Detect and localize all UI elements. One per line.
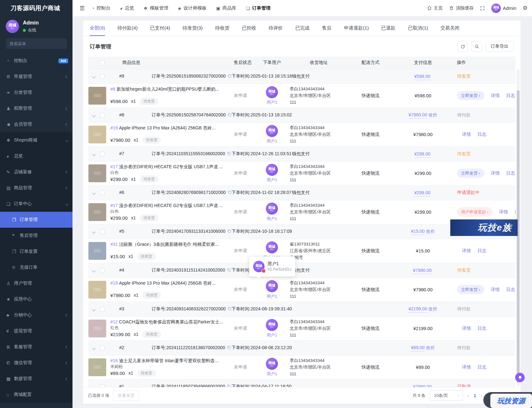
buyer-avatar[interactable]: 商城 · B2C · — [266, 358, 278, 370]
status-tab[interactable]: 售后 — [322, 20, 331, 36]
product-title[interactable]: 漫步者(EDIFIER) HECATE G2专业版 USB7.1声道 ... — [119, 164, 223, 169]
sidebar-item[interactable]: ★ 应用中心 — [0, 291, 73, 307]
fullscreen-icon[interactable] — [480, 6, 485, 11]
product-title[interactable]: COACH蔻驰女包奢侈品官网奥莱山茶花Parker女士... — [119, 319, 223, 324]
sidebar-item[interactable]: ❏ 订单中心 — [0, 196, 73, 212]
product-id[interactable]: #31 — [110, 242, 118, 247]
next-page-button[interactable]: › — [480, 392, 482, 399]
status-tab[interactable]: 待收货 — [215, 20, 229, 36]
settings-gear-icon[interactable]: ⚙ — [523, 5, 528, 11]
notification-bell-button[interactable] — [515, 373, 525, 382]
log-link[interactable]: 日志 — [506, 170, 515, 176]
expand-chevron-icon[interactable] — [92, 191, 95, 195]
copy-icon[interactable] — [227, 345, 231, 350]
status-tab[interactable]: 待发货(3) — [183, 20, 203, 36]
pay-amount-link[interactable]: ¥15.00改价 — [411, 229, 435, 234]
product-thumbnail[interactable] — [88, 164, 106, 182]
buyer-name[interactable]: 用户1 — [255, 138, 289, 144]
sidebar-item[interactable]: ◔ 控制台 hot — [0, 53, 73, 69]
product-title[interactable]: 新加坡hegen新生儿240ml宽口奶瓶PPSU婴儿断奶... — [117, 86, 219, 92]
status-tab[interactable]: 已取消(1) — [408, 20, 428, 36]
status-tab[interactable]: 待评价 — [268, 20, 283, 36]
ship-action-button[interactable]: 立即发货 › — [457, 285, 484, 294]
topnav-tab[interactable]: ◔ 控制台 — [92, 5, 110, 11]
pay-amount-link[interactable]: ¥2199.00改价 — [409, 306, 437, 311]
topnav-tab[interactable]: ◈ 设计师模板 — [178, 5, 206, 11]
expand-chevron-icon[interactable] — [92, 152, 95, 156]
status-tab[interactable]: 已拒收 — [242, 20, 256, 36]
topnav-tab[interactable]: ◕ 总览 — [120, 5, 134, 11]
row-checkbox[interactable] — [100, 384, 105, 387]
sidebar-item[interactable]: ✎ 店铺装修 — [0, 164, 73, 180]
pay-amount-link[interactable]: ¥598.00 — [414, 74, 432, 79]
sidebar-item[interactable]: ▤ 商品管理 — [0, 180, 73, 196]
product-id[interactable]: #19 — [110, 125, 118, 130]
sidebar-item[interactable]: ♙ 用户管理 — [0, 275, 73, 291]
buyer-avatar[interactable]: 商城 · B2C · — [266, 319, 278, 331]
buyer-avatar[interactable]: 商城 · B2C · — [266, 241, 278, 253]
copy-icon[interactable] — [227, 190, 232, 195]
detail-link[interactable]: 详情 — [462, 248, 471, 253]
page-size-select[interactable]: 10条/页 — [430, 391, 463, 401]
status-tab[interactable]: 待付款(4) — [117, 20, 137, 36]
buyer-name[interactable]: 用户1 — [255, 371, 289, 377]
product-title[interactable]: 漫步者(EDIFIER) HECATE G2专业版 USB7.1声道 ... — [119, 203, 223, 208]
product-thumbnail[interactable] — [88, 242, 106, 260]
buyer-avatar[interactable]: 商城 · B2C · — [266, 280, 278, 292]
ship-action-button[interactable]: 立即发货 › — [457, 91, 484, 100]
detail-link[interactable]: 详情 — [491, 170, 500, 176]
status-tab[interactable]: 申请退款(1) — [344, 20, 369, 36]
product-id[interactable]: #12 — [110, 319, 118, 324]
pay-amount-link[interactable]: ¥299.00 — [414, 151, 432, 156]
expand-chevron-icon[interactable] — [92, 269, 95, 272]
batch-ship-button[interactable]: 批量发货 — [113, 391, 139, 401]
status-tab[interactable]: 全部(9) — [90, 20, 105, 36]
detail-link[interactable]: 详情 — [499, 209, 508, 214]
row-checkbox[interactable] — [100, 229, 105, 234]
detail-link[interactable]: 详情 — [462, 364, 471, 370]
detail-link[interactable]: 详情 — [462, 132, 471, 137]
scrollbar-thumb[interactable] — [517, 90, 520, 383]
sidebar-item[interactable]: ℗ 充值订单 — [0, 259, 73, 275]
pay-amount-link[interactable]: ¥89.00改价 — [411, 345, 435, 350]
home-button[interactable]: 主页 — [427, 5, 443, 11]
copy-icon[interactable] — [227, 113, 232, 117]
sidebar-item[interactable]: ❐ 订单管理 — [0, 212, 73, 228]
log-link[interactable]: 日志 — [477, 364, 486, 370]
sidebar-item[interactable]: ❒ 订单发票 — [0, 244, 73, 259]
row-checkbox[interactable] — [100, 113, 105, 118]
product-thumbnail[interactable] — [88, 320, 106, 337]
row-checkbox[interactable] — [100, 152, 105, 156]
admin-menu[interactable]: 商城 · B2C · Admin — [491, 3, 516, 13]
log-link[interactable]: 日志 — [506, 287, 515, 292]
ship-action-button[interactable]: 用户申请退款 › — [457, 207, 493, 217]
copy-icon[interactable] — [227, 307, 232, 311]
sidebar-item[interactable]: ¥ 提现管理 — [0, 323, 73, 339]
buyer-avatar[interactable]: 商城 · B2C · — [266, 164, 278, 176]
export-orders-button[interactable]: 订单导出 — [485, 41, 514, 52]
status-tab[interactable]: 已支付(4) — [150, 20, 170, 36]
product-id[interactable]: #17 — [110, 203, 118, 208]
sidebar-item[interactable]: ♟ 权限管理 — [0, 100, 73, 116]
select-all-checkbox[interactable] — [100, 60, 105, 65]
buyer-avatar[interactable]: 商城 · B2C · — [266, 86, 278, 98]
product-thumbnail[interactable] — [88, 203, 106, 221]
topnav-tab[interactable]: ▣ 商品库 — [216, 5, 236, 11]
sidebar-item[interactable]: ◕ 总览 — [0, 148, 73, 164]
row-checkbox[interactable] — [100, 307, 105, 312]
pay-amount-link[interactable]: ¥299.00 — [414, 190, 432, 195]
pay-amount-link[interactable]: ¥7980.00 — [413, 268, 433, 273]
avatar[interactable]: 商城 · B2C · — [6, 20, 19, 33]
status-tab[interactable]: 交易关闭 — [440, 20, 459, 36]
sidebar-item[interactable]: ❖ Shopro商城 — [0, 132, 73, 148]
refresh-button[interactable] — [457, 41, 468, 52]
status-tab[interactable]: 已完成 — [295, 20, 309, 36]
product-thumbnail[interactable] — [88, 281, 106, 299]
buyer-name[interactable]: 用户1 — [255, 216, 289, 222]
status-tab[interactable]: 已退款 — [381, 20, 396, 36]
buyer-name[interactable]: 用户1 — [255, 177, 289, 183]
sidebar-item[interactable]: ❝ 售后管理 — [0, 228, 73, 244]
buyer-avatar[interactable]: 商城 · B2C · — [266, 125, 278, 137]
sidebar-item[interactable]: ☻ 会员管理 — [0, 116, 73, 132]
expand-chevron-icon[interactable] — [92, 75, 95, 78]
